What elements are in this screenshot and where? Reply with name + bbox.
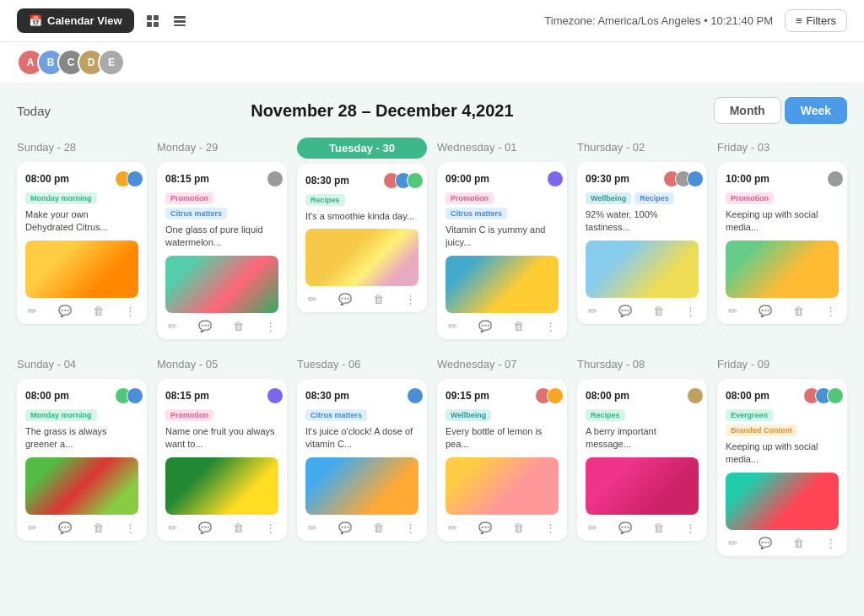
day-column: Friday - 0310:00 pmPromotionKeeping up w… (717, 138, 847, 339)
delete-icon[interactable]: 🗑 (230, 520, 246, 536)
card-tags: Citrus matters (305, 409, 418, 421)
more-icon[interactable]: ⋮ (543, 520, 559, 536)
card-tags: PromotionCitrus matters (165, 192, 278, 219)
calendar-card[interactable]: 08:15 pmPromotionName one fruit you alwa… (157, 379, 287, 541)
card-description: It's juice o'clock! A dose of vitamin C.… (305, 425, 418, 451)
calendar-card[interactable]: 08:30 pmCitrus mattersIt's juice o'clock… (297, 379, 427, 541)
calendar-card[interactable]: 08:00 pmRecipesA berry important message… (577, 379, 707, 541)
filters-button[interactable]: ≡ Filters (785, 9, 847, 32)
calendar-card[interactable]: 09:15 pmWellbeingEvery bottle of lemon i… (437, 379, 567, 541)
edit-icon[interactable]: ✏ (726, 303, 740, 319)
calendar-icon: 📅 (29, 14, 42, 27)
main-content: Today November 28 – December 4,2021 Mont… (0, 84, 864, 585)
day-label: Friday - 09 (717, 354, 847, 374)
week2-grid: Sunday - 0408:00 pmMonday morningThe gra… (17, 354, 847, 556)
card-tag: Citrus matters (446, 208, 507, 219)
comment-icon[interactable]: 💬 (56, 303, 74, 319)
edit-icon[interactable]: ✏ (305, 520, 320, 536)
day-label: Tuesday - 30 (297, 138, 427, 159)
delete-icon[interactable]: 🗑 (791, 303, 807, 319)
month-button[interactable]: Month (714, 97, 781, 124)
comment-icon[interactable]: 💬 (196, 520, 214, 536)
calendar-card[interactable]: 10:00 pmPromotionKeeping up with social … (717, 162, 847, 324)
delete-icon[interactable]: 🗑 (651, 520, 667, 536)
card-avatars (267, 170, 278, 187)
edit-icon[interactable]: ✏ (165, 520, 180, 536)
card-image (586, 457, 699, 515)
delete-icon[interactable]: 🗑 (370, 291, 386, 307)
day-column: Tuesday - 0608:30 pmCitrus mattersIt's j… (297, 354, 427, 556)
edit-icon[interactable]: ✏ (586, 520, 600, 536)
card-image (726, 473, 839, 530)
card-image (586, 240, 699, 298)
card-actions: ✏💬🗑⋮ (25, 515, 138, 541)
more-icon[interactable]: ⋮ (823, 303, 839, 319)
more-icon[interactable]: ⋮ (262, 318, 278, 334)
calendar-card[interactable]: 08:00 pmMonday morningMake your own Dehy… (17, 162, 147, 324)
card-image (305, 229, 418, 286)
edit-icon[interactable]: ✏ (165, 318, 180, 334)
card-description: The grass is always greener a... (25, 425, 138, 451)
avatar[interactable]: E (98, 49, 125, 76)
delete-icon[interactable]: 🗑 (370, 520, 386, 536)
edit-icon[interactable]: ✏ (586, 303, 600, 319)
card-avatar (407, 387, 424, 404)
edit-icon[interactable]: ✏ (726, 535, 740, 551)
calendar-card[interactable]: 09:30 pmWellbeingRecipes92% water, 100% … (577, 162, 707, 324)
comment-icon[interactable]: 💬 (616, 303, 634, 319)
more-icon[interactable]: ⋮ (543, 318, 559, 334)
delete-icon[interactable]: 🗑 (791, 535, 807, 551)
comment-icon[interactable]: 💬 (336, 291, 354, 307)
comment-icon[interactable]: 💬 (56, 520, 74, 536)
day-label: Friday - 03 (717, 138, 847, 157)
svg-rect-5 (174, 20, 186, 23)
comment-icon[interactable]: 💬 (476, 520, 494, 536)
card-header: 09:00 pm (446, 170, 559, 187)
comment-icon[interactable]: 💬 (196, 318, 214, 334)
day-column: Thursday - 0808:00 pmRecipesA berry impo… (577, 354, 707, 556)
comment-icon[interactable]: 💬 (616, 520, 634, 536)
card-tag: Branded Content (726, 424, 797, 436)
more-icon[interactable]: ⋮ (823, 535, 839, 551)
delete-icon[interactable]: 🗑 (510, 318, 526, 334)
grid-view-icon[interactable] (144, 13, 161, 30)
more-icon[interactable]: ⋮ (122, 520, 138, 536)
delete-icon[interactable]: 🗑 (510, 520, 526, 536)
comment-icon[interactable]: 💬 (336, 520, 354, 536)
card-image (446, 457, 559, 515)
edit-icon[interactable]: ✏ (446, 520, 460, 536)
edit-icon[interactable]: ✏ (446, 318, 460, 334)
day-column: Thursday - 0209:30 pmWellbeingRecipes92%… (577, 138, 707, 339)
more-icon[interactable]: ⋮ (402, 520, 418, 536)
calendar-view-button[interactable]: 📅 Calendar View (17, 8, 134, 33)
card-header: 09:30 pm (586, 170, 699, 187)
calendar-card[interactable]: 08:00 pmEvergreenBranded ContentKeeping … (717, 379, 847, 556)
more-icon[interactable]: ⋮ (122, 303, 138, 319)
calendar-card[interactable]: 08:30 pmRecipesIt's a smoothie kinda day… (297, 164, 427, 312)
card-image (25, 240, 138, 298)
comment-icon[interactable]: 💬 (756, 535, 775, 551)
delete-icon[interactable]: 🗑 (651, 303, 667, 319)
more-icon[interactable]: ⋮ (402, 291, 418, 307)
day-column: Monday - 2908:15 pmPromotionCitrus matte… (157, 138, 287, 339)
comment-icon[interactable]: 💬 (476, 318, 494, 334)
more-icon[interactable]: ⋮ (683, 303, 699, 319)
delete-icon[interactable]: 🗑 (230, 318, 246, 334)
delete-icon[interactable]: 🗑 (90, 520, 106, 536)
calendar-card[interactable]: 08:15 pmPromotionCitrus mattersOne glass… (157, 162, 287, 339)
edit-icon[interactable]: ✏ (25, 303, 40, 319)
day-label: Thursday - 02 (577, 138, 707, 157)
sidebar-icon[interactable] (171, 13, 188, 30)
card-header: 08:00 pm (25, 170, 138, 187)
comment-icon[interactable]: 💬 (756, 303, 775, 319)
week-button[interactable]: Week (785, 97, 847, 124)
card-tag: Wellbeing (586, 192, 631, 204)
more-icon[interactable]: ⋮ (683, 520, 699, 536)
edit-icon[interactable]: ✏ (25, 520, 40, 536)
calendar-card[interactable]: 09:00 pmPromotionCitrus mattersVitamin C… (437, 162, 567, 339)
card-avatars (663, 170, 699, 187)
more-icon[interactable]: ⋮ (262, 520, 278, 536)
edit-icon[interactable]: ✏ (305, 291, 320, 307)
delete-icon[interactable]: 🗑 (90, 303, 106, 319)
calendar-card[interactable]: 08:00 pmMonday morningThe grass is alway… (17, 379, 147, 541)
